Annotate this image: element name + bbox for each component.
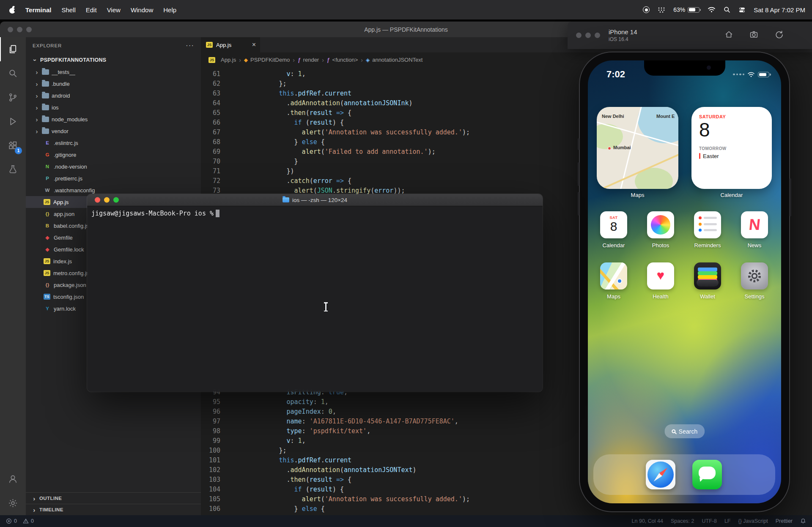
zoom-button[interactable] (26, 27, 32, 32)
breadcrumb-variable[interactable]: ◈annotationJSONText (366, 57, 422, 63)
formatter-prettier[interactable]: Prettier (776, 518, 793, 524)
menu-help[interactable]: Help (158, 6, 181, 14)
menu-terminal[interactable]: Terminal (20, 6, 56, 14)
source-control-icon[interactable] (0, 85, 26, 109)
file-icon: {} (44, 282, 51, 287)
spotlight-search-icon[interactable] (724, 6, 730, 13)
maps-widget[interactable]: New Delhi Mount E Mumbai (597, 107, 678, 189)
testing-flask-icon[interactable] (0, 158, 26, 182)
photos-app-icon[interactable] (647, 211, 674, 238)
screenshot-icon[interactable] (749, 30, 758, 41)
breadcrumb-class[interactable]: ◆PSPDFKitDemo (244, 57, 290, 63)
cursor-position[interactable]: Ln 90, Col 44 (632, 518, 663, 524)
breadcrumb-file[interactable]: JSApp.js (208, 57, 236, 63)
indentation-setting[interactable]: Spaces: 2 (671, 518, 694, 524)
explorer-icon[interactable] (0, 37, 26, 61)
line-number: 102 (201, 465, 220, 475)
tree-item-android[interactable]: ›android (26, 90, 201, 101)
extensions-badge: 1 (15, 147, 22, 154)
search-icon[interactable] (0, 61, 26, 85)
close-button[interactable] (8, 27, 13, 32)
wallet-app-icon[interactable] (694, 262, 721, 289)
terminal-zoom-button[interactable] (113, 197, 119, 203)
app-label: Settings (745, 293, 765, 300)
terminal-close-button[interactable] (95, 197, 100, 203)
safari-icon[interactable] (646, 460, 675, 489)
control-center-icon[interactable] (738, 6, 746, 14)
calendar-widget[interactable]: SATURDAY 8 TOMORROW Easter (691, 107, 772, 189)
wifi-icon[interactable] (708, 7, 716, 13)
terminal-body[interactable]: jigsaw@jigsaws-MacBook-Pro ios % (87, 206, 543, 392)
eol-setting[interactable]: LF (724, 518, 731, 524)
run-debug-icon[interactable] (0, 109, 26, 134)
tree-item-__tests__[interactable]: ›__tests__ (26, 66, 201, 78)
menu-view[interactable]: View (102, 6, 126, 14)
menu-edit[interactable]: Edit (81, 6, 102, 14)
outline-section[interactable]: › OUTLINE (26, 492, 201, 504)
status-bar: 0 0 Ln 90, Col 44 Spaces: 2 UTF-8 LF {} … (0, 515, 812, 527)
news-app-icon[interactable]: N (741, 211, 768, 238)
volume-down-button (578, 192, 579, 216)
method-symbol-icon: ƒ (298, 57, 301, 63)
home-button-icon[interactable] (724, 30, 733, 41)
spotlight-search-pill[interactable]: Search (664, 424, 705, 438)
chevron-separator-icon: › (322, 57, 324, 63)
simulator-minimize-button[interactable] (585, 33, 591, 38)
chevron-separator-icon: › (361, 57, 363, 63)
extensions-icon[interactable]: 1 (0, 134, 26, 158)
iphone-frame: 7:02 New Delhi Mount E Mumbai SATURDAY 8… (579, 52, 790, 512)
line-number: 105 (201, 494, 220, 504)
breadcrumb-method[interactable]: ƒrender (298, 57, 319, 63)
simulator-close-button[interactable] (576, 33, 582, 38)
line-number: 72 (201, 176, 220, 186)
tab-appjs[interactable]: JS App.js × (201, 37, 260, 52)
reminders-app-icon[interactable] (694, 211, 721, 238)
menu-clock[interactable]: Sat 8 Apr 7:02 PM (754, 6, 805, 14)
tab-close-icon[interactable]: × (252, 41, 256, 48)
notifications-bell-icon[interactable] (800, 518, 806, 524)
screen-recording-indicator-icon[interactable] (643, 6, 650, 13)
apple-logo-icon[interactable] (9, 6, 15, 14)
tree-item-node_modules[interactable]: ›node_modules (26, 113, 201, 125)
terminal-minimize-button[interactable] (104, 197, 110, 203)
explorer-more-icon[interactable]: ··· (186, 41, 194, 50)
phone-battery-icon (758, 72, 769, 77)
tree-item-.gitignore[interactable]: G.gitignore (26, 149, 201, 161)
file-icon: {} (44, 211, 51, 216)
calendar-app-icon[interactable]: SAT 8 (600, 211, 627, 238)
chevron-separator-icon: › (239, 57, 241, 63)
rotate-icon[interactable] (774, 30, 783, 41)
battery-indicator[interactable]: 63% (673, 6, 700, 13)
settings-app-icon[interactable] (741, 262, 768, 289)
warnings-indicator[interactable]: 0 (23, 518, 34, 524)
tree-item-.node-version[interactable]: N.node-version (26, 161, 201, 172)
tree-item-.prettierrc.js[interactable]: P.prettierrc.js (26, 172, 201, 184)
terminal-titlebar[interactable]: ios — -zsh — 120×24 (87, 194, 543, 206)
settings-gear-icon[interactable] (0, 491, 26, 515)
messages-icon[interactable] (692, 460, 722, 489)
encoding-setting[interactable]: UTF-8 (702, 518, 717, 524)
vscode-window-title: App.js — PSPDFKitAnnotations (364, 26, 448, 33)
language-mode[interactable]: {} JavaScript (738, 518, 768, 524)
menu-shell[interactable]: Shell (56, 6, 80, 14)
tree-root[interactable]: › PSPDFKITANNOTATIONS (26, 54, 201, 66)
breadcrumb-function[interactable]: ƒ<function> (327, 57, 358, 63)
simulator-zoom-button[interactable] (595, 33, 600, 38)
tree-item-vendor[interactable]: ›vendor (26, 125, 201, 137)
event-title: Easter (703, 153, 719, 159)
line-number: 65 (201, 108, 220, 118)
line-number: 100 (201, 446, 220, 456)
maps-app-icon[interactable] (600, 262, 627, 289)
menu-window[interactable]: Window (126, 6, 158, 14)
timeline-section[interactable]: › TIMELINE (26, 504, 201, 515)
simulator-toolbar[interactable]: iPhone 14 iOS 16.4 (568, 22, 812, 49)
errors-indicator[interactable]: 0 (6, 518, 17, 524)
power-button (790, 178, 791, 216)
tree-item-.eslintrc.js[interactable]: E.eslintrc.js (26, 137, 201, 149)
account-icon[interactable] (0, 467, 26, 491)
tree-item-.bundle[interactable]: ›.bundle (26, 78, 201, 90)
tree-item-ios[interactable]: ›ios (26, 101, 201, 113)
screen-mirroring-icon[interactable] (658, 7, 665, 13)
health-app-icon[interactable]: ♥ (647, 262, 674, 289)
minimize-button[interactable] (17, 27, 22, 32)
